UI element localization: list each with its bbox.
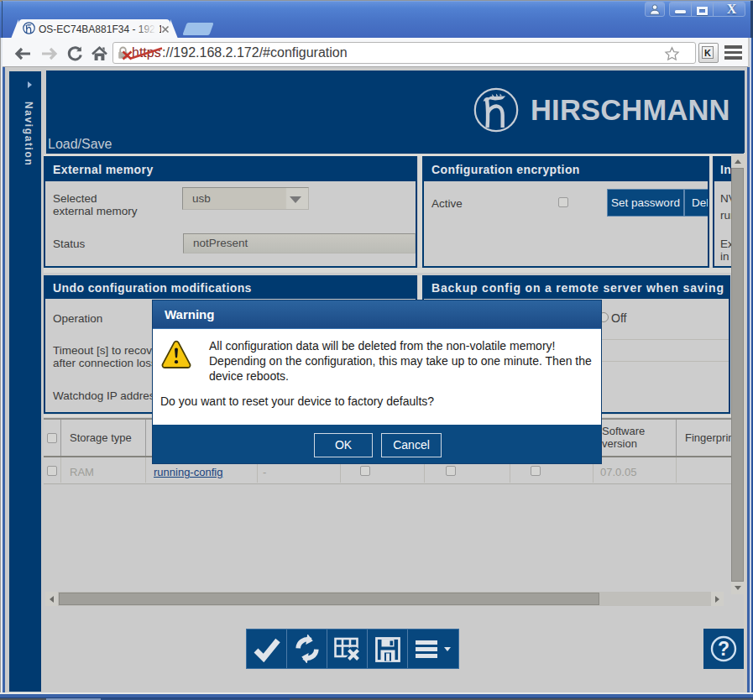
svg-text:?: ? xyxy=(718,638,729,660)
